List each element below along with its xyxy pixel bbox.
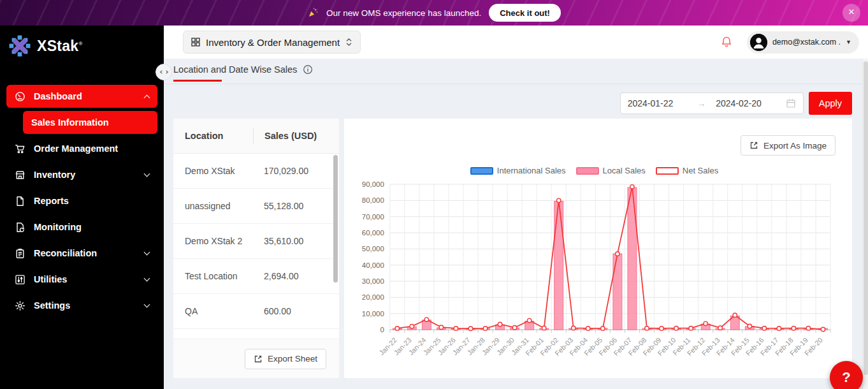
table-body: Demo XStak170,029.00unassigned55,128.00D… [173, 154, 339, 329]
file-icon [15, 196, 25, 207]
content-area: 2024-01-22 → 2024-02-20 Apply LocationSa… [164, 84, 868, 389]
window-scrollbar-thumb[interactable] [864, 61, 868, 375]
cell-location: Test Location [173, 271, 253, 281]
sidebar: XStak® DashboardSales InformationOrder M… [0, 26, 164, 389]
sliders-icon [15, 274, 25, 285]
sidebar-item-settings[interactable]: Settings [6, 294, 157, 317]
top-header: Inventory & Order Management demo@xstak.… [164, 26, 868, 59]
brand-name: XStak® [37, 38, 83, 55]
export-as-image-button[interactable]: Export As Image [741, 135, 835, 156]
xstak-logo-icon [9, 35, 31, 57]
svg-text:80,000: 80,000 [362, 196, 384, 204]
svg-text:30,000: 30,000 [362, 277, 384, 285]
table-row: Demo XStak170,029.00 [173, 154, 339, 189]
legend-label: Net Sales [683, 166, 718, 175]
export-as-image-label: Export As Image [763, 141, 827, 150]
cell-location: Demo XStak [173, 166, 253, 176]
tab-bar: Location and Date Wise Sales [164, 59, 868, 84]
cell-location: Demo XStak 2 [173, 236, 253, 246]
legend-item-net-sales[interactable]: Net Sales [656, 166, 718, 175]
confetti-icon [307, 7, 319, 18]
export-sheet-label: Export Sheet [268, 354, 317, 363]
sidebar-item-monitoring[interactable]: Monitoring [6, 216, 157, 239]
sidebar-item-inventory[interactable]: Inventory [6, 163, 157, 186]
column-header-sales: Sales (USD) [254, 131, 317, 141]
app-window: Our new OMS experience has launched. Che… [0, 0, 868, 389]
sidebar-item-label: Dashboard [34, 91, 82, 101]
sales-chart: 010,00020,00030,00040,00050,00060,00070,… [353, 177, 835, 369]
export-sheet-button[interactable]: Export Sheet [245, 349, 326, 369]
cart-icon [15, 143, 25, 154]
sidebar-item-label: Sales Information [31, 117, 109, 128]
chevron-down-icon [144, 302, 150, 308]
legend-item-local-sales[interactable]: Local Sales [576, 166, 646, 175]
svg-text:10,000: 10,000 [362, 310, 384, 318]
chevron-left-icon [160, 70, 164, 74]
info-icon[interactable] [303, 64, 313, 75]
svg-text:20,000: 20,000 [362, 293, 384, 301]
cell-sales: 600.00 [253, 306, 291, 316]
sidebar-item-label: Inventory [34, 170, 75, 180]
table-row: Test Location2,694.00 [173, 259, 339, 294]
sidebar-item-utilities[interactable]: Utilities [6, 268, 157, 291]
sidebar-item-dashboard[interactable]: Dashboard [6, 85, 157, 108]
sidebar-collapse-toggle[interactable] [156, 64, 172, 80]
sales-chart-card: Export As Image International SalesLocal… [344, 119, 852, 378]
app-switcher-label: Inventory & Order Management [206, 37, 340, 48]
help-button[interactable]: ? [830, 361, 863, 389]
legend-label: Local Sales [603, 166, 646, 175]
svg-text:0: 0 [380, 326, 384, 334]
sidebar-item-label: Order Management [34, 143, 118, 154]
export-icon [749, 141, 758, 150]
sidebar-item-order-management[interactable]: Order Management [6, 137, 157, 160]
sidebar-item-label: Reports [34, 196, 69, 206]
table-header: LocationSales (USD) [173, 119, 339, 154]
date-to-value[interactable]: 2024-02-20 [709, 98, 782, 108]
legend-item-international-sales[interactable]: International Sales [470, 166, 566, 175]
app-switcher[interactable]: Inventory & Order Management [183, 31, 361, 54]
table-row: unassigned55,128.00 [173, 189, 339, 224]
registered-mark: ® [78, 41, 82, 47]
range-arrow-icon: → [697, 99, 705, 108]
sidebar-menu: DashboardSales InformationOrder Manageme… [0, 66, 164, 317]
svg-text:60,000: 60,000 [362, 229, 384, 237]
question-mark-icon: ? [842, 369, 850, 386]
tab-location-date-wise-sales[interactable]: Location and Date Wise Sales [173, 59, 313, 81]
chevron-down-icon [144, 171, 150, 177]
chevron-down-icon [144, 275, 150, 282]
chevron-down-icon [144, 249, 150, 256]
legend-swatch [470, 167, 493, 175]
sidebar-item-reports[interactable]: Reports [6, 189, 157, 212]
sidebar-item-sales-information[interactable]: Sales Information [23, 111, 157, 134]
promo-banner: Our new OMS experience has launched. Che… [0, 0, 868, 26]
window-scrollbar[interactable] [862, 59, 868, 389]
cell-sales: 170,029.00 [253, 166, 308, 176]
banner-cta-button[interactable]: Check it out! [489, 4, 561, 22]
calendar-icon [786, 98, 796, 108]
svg-text:70,000: 70,000 [362, 213, 384, 221]
table-scrollbar[interactable] [333, 155, 338, 283]
brand-logo[interactable]: XStak® [0, 26, 164, 66]
user-email: demo@xstak.com . [772, 38, 841, 47]
updown-chevron-icon [345, 38, 352, 47]
sidebar-item-label: Settings [34, 300, 70, 311]
table-row: QA600.00 [173, 294, 339, 329]
filter-row: 2024-01-22 → 2024-02-20 Apply [173, 92, 852, 115]
table-row: Demo XStak 235,610.00 [173, 224, 339, 259]
cell-sales: 55,128.00 [253, 201, 303, 211]
banner-close-button[interactable]: × [843, 4, 860, 22]
chevron-right-icon [164, 70, 168, 74]
sidebar-item-label: Utilities [34, 274, 67, 284]
user-menu[interactable]: demo@xstak.com . ▼ [747, 31, 859, 54]
sidebar-item-label: Reconciliation [34, 248, 97, 258]
sidebar-item-reconciliation[interactable]: Reconciliation [6, 242, 157, 265]
gear-icon [15, 300, 25, 311]
date-range-picker[interactable]: 2024-01-22 → 2024-02-20 [620, 92, 804, 114]
banner-message: Our new OMS experience has launched. [326, 8, 481, 18]
notification-bell-icon[interactable] [720, 36, 733, 49]
apply-button[interactable]: Apply [809, 92, 852, 115]
legend-swatch [576, 167, 599, 175]
date-from-value[interactable]: 2024-01-22 [628, 98, 694, 108]
tab-label: Location and Date Wise Sales [173, 64, 297, 75]
location-sales-card: LocationSales (USD) Demo XStak170,029.00… [173, 119, 339, 378]
